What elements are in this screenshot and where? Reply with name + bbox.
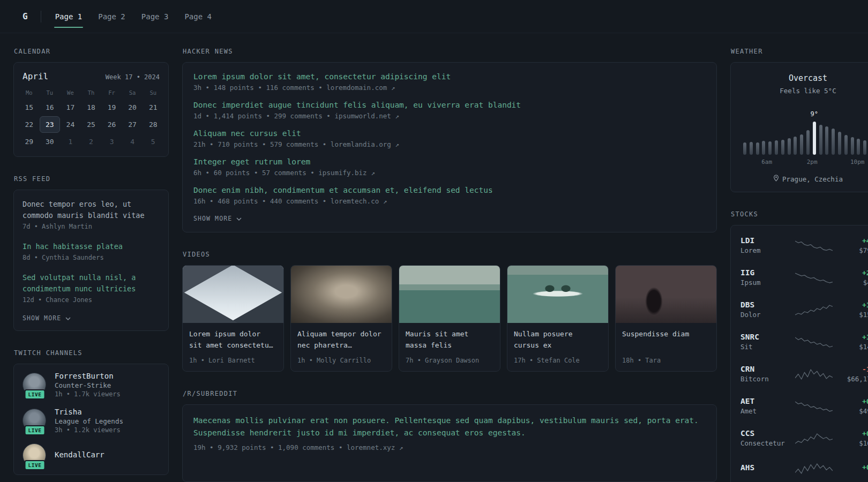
stock-row[interactable]: DBS Dolor +1.42% $156.28 [740,293,868,326]
hn-headline-link[interactable]: Integer eget rutrum lorem [193,157,706,166]
stock-id: AHS [740,463,790,473]
video-card[interactable]: Aliquam tempor dolor nec pharetra… 1h • … [290,265,392,372]
top-bar: G Page 1 Page 2 Page 3 Page 4 [0,0,868,33]
subreddit-post-meta[interactable]: 19h • 9,932 points • 1,090 comments • lo… [193,443,706,451]
calendar-week-year: Week 17 • 2024 [106,73,160,81]
video-thumbnail[interactable] [291,266,392,323]
twitch-channel-meta: 3h • 1.2k viewers [55,426,123,434]
rss-item[interactable]: Sed volutpat nulla nisl, a condimentum n… [23,272,160,304]
video-meta: 17h • Stefan Cole [514,357,602,364]
stock-row[interactable]: SNRC Sit +1.36% $148.64 [740,326,868,358]
weather-bar [863,108,866,155]
stock-change: +1.36% [838,333,868,341]
video-thumbnail[interactable] [183,266,283,323]
video-title[interactable]: Lorem ipsum dolor sit amet consectetu… [189,329,277,351]
weather-bar [750,108,753,155]
twitch-avatar-wrap: LIVE [23,443,47,467]
hn-meta[interactable]: 21h • 710 points • 579 comments • loreml… [193,140,706,148]
weather-bar [851,108,854,155]
video-title[interactable]: Suspendisse diam [622,329,710,351]
video-title[interactable]: Nullam posuere cursus ex [514,329,602,351]
stock-values: +1.42% $156.28 [838,301,868,319]
video-thumbnail[interactable] [399,266,500,323]
twitch-channel-meta: 1h • 1.7k viewers [55,390,121,398]
hn-headline-link[interactable]: Donec imperdiet augue tincidunt felis al… [193,101,706,109]
rss-headline[interactable]: Sed volutpat nulla nisl, a condimentum n… [23,272,160,295]
tab-page-2[interactable]: Page 2 [97,0,126,33]
tab-page-1[interactable]: Page 1 [54,0,84,33]
stock-row[interactable]: AET Amet +0.92% $499.72 [740,390,868,422]
stock-ticker: AET [740,397,790,405]
hn-meta[interactable]: 3h • 148 points • 116 comments • loremdo… [193,84,706,92]
calendar-weekday: Tu [40,86,61,99]
stock-values: +4.35% $795.18 [838,237,868,254]
calendar-card: April Week 17 • 2024 MoTuWeThFrSaSu15161… [13,62,169,157]
stock-row[interactable]: CCS Consectetur +0.51% $165.84 [740,422,868,454]
videos-row: Lorem ipsum dolor sit amet consectetu… 1… [182,265,717,372]
hn-item: Lorem ipsum dolor sit amet, consectetur … [193,72,706,92]
app-logo[interactable]: G [23,11,28,21]
twitch-widget-title: TWITCH CHANNELS [14,349,168,357]
video-card[interactable]: Lorem ipsum dolor sit amet consectetu… 1… [182,265,284,372]
rss-widget: RSS FEED Donec tempor eros leo, ut commo… [13,175,169,331]
tab-page-3[interactable]: Page 3 [140,0,170,33]
stock-row[interactable]: IIG Ipsum +2.84% $42.04 [740,261,868,293]
video-card[interactable]: Nullam posuere cursus ex 17h • Stefan Co… [507,265,609,372]
calendar-day: 24 [60,116,81,133]
subreddit-post-title[interactable]: Maecenas mollis pulvinar erat non posuer… [193,415,706,440]
rss-show-more-button[interactable]: SHOW MORE [23,314,71,322]
calendar-day: 18 [81,99,102,116]
calendar-day: 27 [122,116,143,133]
stock-id: CRN Bitcorn [740,365,790,383]
stock-sparkline [795,399,833,413]
calendar-day: 29 [19,133,40,150]
stock-change: -1.00% [838,365,868,373]
rss-meta: 12d • Chance Jones [23,296,160,304]
calendar-day: 2 [81,133,102,150]
calendar-day: 15 [19,99,40,116]
stock-name: Lorem [740,246,790,254]
hn-headline-link[interactable]: Aliquam nec cursus elit [193,129,706,138]
video-title[interactable]: Mauris sit amet massa felis [406,329,493,351]
twitch-channel[interactable]: LIVE ForrestBurton Counter-Strike 1h • 1… [23,372,160,398]
subreddit-widget-title: /R/SUBREDDIT [183,390,716,397]
twitch-channel-game: Counter-Strike [55,381,121,389]
calendar-day: 25 [81,116,102,133]
twitch-channel[interactable]: LIVE KendallCarr [23,443,160,467]
weather-location-label: Prague, Czechia [782,175,843,183]
hn-meta[interactable]: 6h • 60 points • 57 comments • ipsumify.… [193,169,706,177]
calendar-day: 5 [143,133,163,150]
stock-name: Sit [740,343,790,351]
video-thumbnail[interactable] [507,266,608,323]
weather-bar [832,108,835,155]
stock-row[interactable]: LDI Lorem +4.35% $795.18 [740,229,868,261]
rss-item[interactable]: Donec tempor eros leo, ut commodo mauris… [23,199,160,230]
tab-page-4[interactable]: Page 4 [183,0,213,33]
stock-row[interactable]: AHS +0.46% [740,454,868,482]
video-title[interactable]: Aliquam tempor dolor nec pharetra… [297,329,385,351]
twitch-widget: TWITCH CHANNELS LIVE ForrestBurton Count… [13,349,169,475]
live-badge: LIVE [25,425,46,435]
hn-headline-link[interactable]: Donec enim nibh, condimentum et accumsan… [193,186,706,194]
stock-ticker: SNRC [740,333,790,341]
rss-widget-title: RSS FEED [14,175,168,183]
rss-item[interactable]: In hac habitasse platea 8d • Cynthia Sau… [23,241,160,261]
hn-item: Donec enim nibh, condimentum et accumsan… [193,186,706,205]
stock-row[interactable]: CRN Bitcorn -1.00% $66,171.48 [740,358,868,390]
video-card[interactable]: Mauris sit amet massa felis 7h • Grayson… [399,265,500,372]
weather-condition: Overcast [739,73,868,83]
rss-headline[interactable]: Donec tempor eros leo, ut commodo mauris… [23,199,160,221]
rss-headline[interactable]: In hac habitasse platea [23,241,160,252]
rss-card: Donec tempor eros leo, ut commodo mauris… [13,190,169,331]
video-thumbnail[interactable] [616,266,716,323]
stock-id: AET Amet [740,397,790,415]
hn-meta[interactable]: 16h • 468 points • 440 comments • loremt… [193,197,706,205]
hn-show-more-button[interactable]: SHOW MORE [193,215,242,222]
video-card[interactable]: Suspendisse diam 18h • Tara [615,265,717,372]
hn-meta[interactable]: 1d • 1,414 points • 299 comments • ipsum… [193,112,706,120]
hn-headline-link[interactable]: Lorem ipsum dolor sit amet, consectetur … [193,72,706,81]
twitch-channel[interactable]: LIVE Trisha League of Legends 3h • 1.2k … [23,408,160,434]
weather-bar [825,108,828,155]
twitch-channel-name: ForrestBurton [55,372,121,380]
stock-price: $42.04 [838,278,868,287]
